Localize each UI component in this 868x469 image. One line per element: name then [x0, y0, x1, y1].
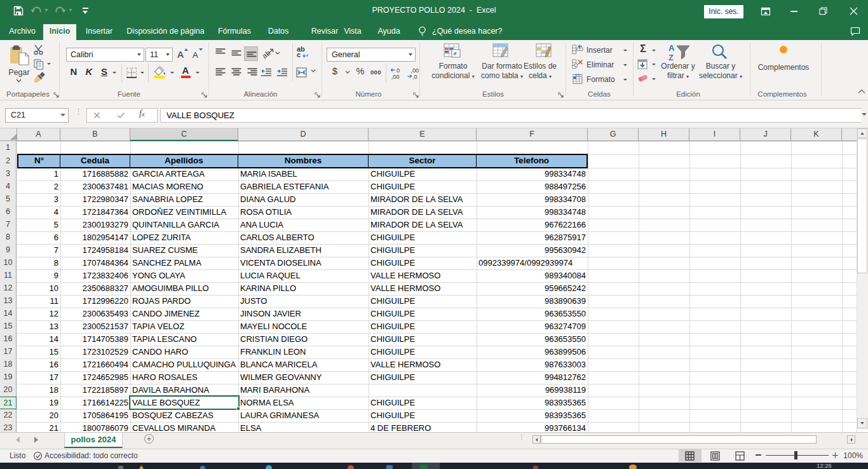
svg-text:0: 0 [397, 67, 400, 74]
svg-text:,00: ,00 [410, 67, 419, 74]
svg-text:,0: ,0 [412, 74, 417, 80]
svg-text:,00: ,00 [391, 74, 400, 80]
svg-text:≠: ≠ [454, 50, 458, 57]
